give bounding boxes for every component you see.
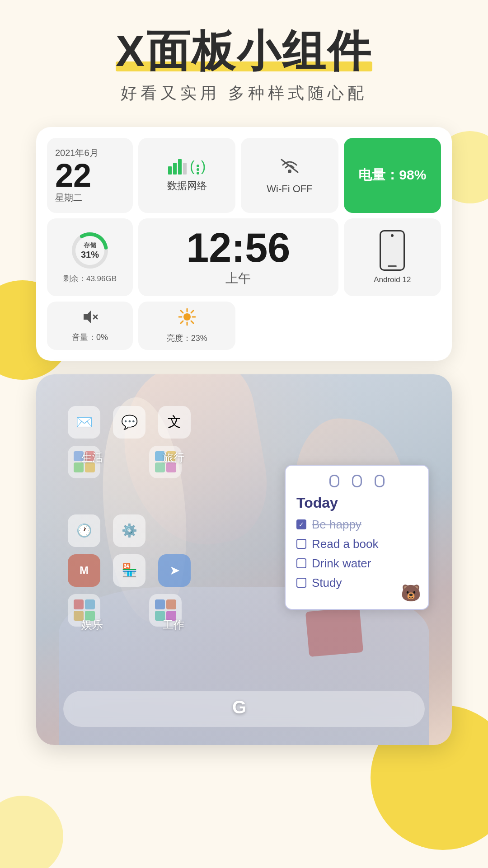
notebook-rings <box>296 475 418 487</box>
wifi-icon <box>280 156 300 179</box>
app-icon-text[interactable]: 文 <box>158 406 191 439</box>
widget-grid: 2021年6月 22 星期二 ( <box>47 138 441 350</box>
title-section: X面板小组件 好看又实用 多种样式随心配 <box>116 27 372 104</box>
subtitle: 好看又实用 多种样式随心配 <box>116 82 372 104</box>
svg-line-12 <box>181 311 183 313</box>
item-text-1: Be happy <box>312 518 361 532</box>
main-title-text: X面板小组件 <box>116 27 372 75</box>
checkbox-1[interactable]: ✓ <box>296 519 306 529</box>
wifi-cell[interactable]: Wi-Fi OFF <box>241 138 338 213</box>
item-text-4: Study <box>312 576 342 590</box>
icon-row-1: ✉️ 💬 文 <box>68 406 191 478</box>
phone-screen: ✉️ 💬 文 <box>36 374 452 745</box>
time-display: 12:56 <box>186 227 290 268</box>
date-weekday: 星期二 <box>55 192 82 204</box>
bottom-bar[interactable]: G <box>63 691 425 727</box>
main-title: X面板小组件 <box>116 27 372 75</box>
ring-1 <box>329 475 339 487</box>
signal-bar-1 <box>168 166 172 175</box>
bear-decoration: 🐻 <box>401 584 421 603</box>
notebook-widget: Today ✓ Be happy Read a book Drink wate <box>285 465 429 610</box>
checkbox-4[interactable] <box>296 578 306 588</box>
data-network-label: 数据网络 <box>167 179 207 193</box>
time-ampm: 上午 <box>225 270 251 287</box>
app-icon-clock[interactable]: 🕐 <box>68 514 100 547</box>
storage-remaining: 剩余：43.96GB <box>63 274 117 284</box>
svg-line-13 <box>191 321 193 323</box>
notebook-item-4[interactable]: Study <box>296 576 418 590</box>
app-icon-shop[interactable]: 🏪 <box>113 554 145 587</box>
folder-labels-1: 生活 旅行 <box>76 450 190 465</box>
brightness-label: 亮度：23% <box>167 333 207 344</box>
data-network-cell[interactable]: ( ) 数据网络 <box>138 138 235 213</box>
checkbox-3[interactable] <box>296 558 306 568</box>
svg-point-0 <box>288 170 291 173</box>
folder-labels-2: 娱乐 工作 <box>76 618 190 632</box>
svg-point-7 <box>183 313 191 321</box>
folder-label-1: 生活 <box>76 450 108 465</box>
notebook-item-1[interactable]: ✓ Be happy <box>296 518 418 532</box>
time-cell: 12:56 上午 <box>138 218 338 296</box>
volume-label: 音量：0% <box>72 332 108 343</box>
phone-home-bar <box>388 265 397 267</box>
folder-label-3: 娱乐 <box>76 618 108 632</box>
app-icon-arrow[interactable]: ➤ <box>158 554 191 587</box>
google-icon: G <box>232 697 256 721</box>
storage-ring-text: 存储 31% <box>81 241 99 260</box>
app-icon-camera[interactable]: ⚙️ <box>113 514 145 547</box>
notebook-title: Today <box>296 495 418 511</box>
widget-card: 2021年6月 22 星期二 ( <box>36 127 452 361</box>
android-cell: Android 12 <box>344 218 441 296</box>
phone-mockup: ✉️ 💬 文 <box>36 374 452 745</box>
ring-2 <box>352 475 362 487</box>
date-day: 22 <box>55 159 91 192</box>
app-icon-message[interactable]: 💬 <box>113 406 145 439</box>
app-icon-mail[interactable]: ✉️ <box>68 406 100 439</box>
page-content: X面板小组件 好看又实用 多种样式随心配 2021年6月 22 星期二 <box>0 0 488 745</box>
svg-marker-4 <box>84 311 91 323</box>
wifi-label: Wi-Fi OFF <box>267 183 312 195</box>
storage-ring: 存储 31% <box>70 230 110 271</box>
battery-label: 电量：98% <box>358 166 426 184</box>
phone-notch <box>391 234 394 237</box>
signal-bar-2 <box>173 163 177 175</box>
date-cell: 2021年6月 22 星期二 <box>47 138 133 213</box>
item-text-2: Read a book <box>312 537 378 551</box>
storage-cell: 存储 31% 剩余：43.96GB <box>47 218 133 296</box>
android-label: Android 12 <box>374 275 411 284</box>
folder-label-4: 工作 <box>157 618 190 632</box>
brightness-cell[interactable]: 亮度：23% <box>138 302 235 350</box>
volume-cell[interactable]: 音量：0% <box>47 302 133 350</box>
ring-3 <box>375 475 385 487</box>
check-icon-1: ✓ <box>299 521 304 528</box>
notebook-item-3[interactable]: Drink water <box>296 557 418 571</box>
app-icon-red[interactable]: M <box>68 554 100 587</box>
item-text-3: Drink water <box>312 557 371 571</box>
icon-row-2: 🕐 ⚙️ M 🏪 ➤ <box>68 514 191 627</box>
battery-cell[interactable]: 电量：98% <box>344 138 441 213</box>
checkbox-2[interactable] <box>296 539 306 549</box>
brightness-icon <box>178 308 196 330</box>
volume-icon <box>81 309 99 329</box>
phone-shape <box>380 230 405 271</box>
notebook-item-2[interactable]: Read a book <box>296 537 418 551</box>
signal-icon: ( ) <box>168 158 206 175</box>
signal-bar-4 <box>183 163 187 175</box>
svg-line-15 <box>181 321 183 323</box>
svg-line-14 <box>191 311 193 313</box>
folder-label-2: 旅行 <box>157 450 190 465</box>
bg-circle-bottom-left <box>0 796 63 868</box>
signal-bar-3 <box>178 159 182 175</box>
